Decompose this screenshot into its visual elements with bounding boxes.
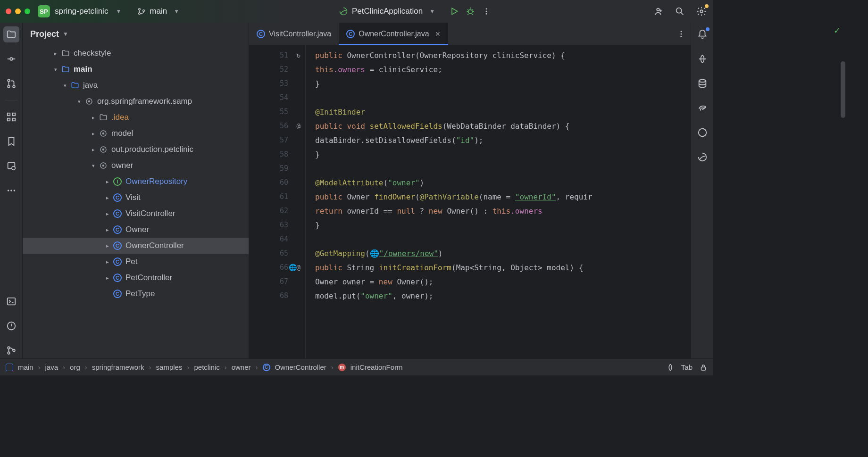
tree-item-pettype[interactable]: CPetType xyxy=(23,286,249,302)
gutter-line[interactable]: 59 xyxy=(249,161,305,175)
gutter-line[interactable]: 64 xyxy=(249,232,305,246)
terminal-tool-button[interactable] xyxy=(3,293,19,309)
breadcrumb-method[interactable]: initCreationForm xyxy=(351,363,403,371)
project-panel-header[interactable]: Project ▼ xyxy=(23,23,249,45)
close-tab-icon[interactable]: ✕ xyxy=(435,30,441,38)
tree-item-org-springframework-samp[interactable]: ▾org.springframework.samp xyxy=(23,93,249,109)
database-tool-button[interactable] xyxy=(3,158,19,174)
tree-item-checkstyle[interactable]: ▸checkstyle xyxy=(23,45,249,61)
more-actions-button[interactable] xyxy=(480,5,492,17)
problems-tool-button[interactable] xyxy=(3,318,19,334)
more-tools-button[interactable] xyxy=(3,183,19,199)
tree-item-visitcontroller[interactable]: ▸CVisitController xyxy=(23,206,249,222)
minimize-window-icon[interactable] xyxy=(15,8,21,14)
pull-requests-tool-button[interactable] xyxy=(3,75,19,91)
gutter-line[interactable]: 68 xyxy=(249,289,305,303)
breadcrumb-java[interactable]: java xyxy=(45,363,58,371)
tree-item-ownerrepository[interactable]: ▸IOwnerRepository xyxy=(23,174,249,190)
breadcrumb-springframework[interactable]: springframework xyxy=(92,363,144,371)
gutter-line[interactable]: 67 xyxy=(249,274,305,289)
tree-item-ownercontroller[interactable]: ▸COwnerController xyxy=(23,238,249,254)
tree-item--idea[interactable]: ▸.idea xyxy=(23,109,249,125)
spring-button[interactable] xyxy=(694,149,710,165)
gutter-line[interactable]: 55 xyxy=(249,105,305,119)
tab-more-button[interactable] xyxy=(672,23,691,45)
svg-point-32 xyxy=(103,133,104,134)
tree-arrow-icon[interactable]: ▾ xyxy=(75,99,84,105)
gradle-button[interactable] xyxy=(694,100,710,116)
tree-item-visit[interactable]: ▸CVisit xyxy=(23,190,249,206)
tree-item-model[interactable]: ▸model xyxy=(23,125,249,141)
tree-arrow-icon[interactable]: ▸ xyxy=(103,275,112,281)
tree-arrow-icon[interactable]: ▾ xyxy=(60,83,70,89)
gutter-line[interactable]: 65 xyxy=(249,246,305,260)
tree-arrow-icon[interactable]: ▾ xyxy=(89,163,98,169)
lock-icon[interactable] xyxy=(699,363,708,372)
project-tool-button[interactable] xyxy=(3,26,19,42)
gutter-line[interactable]: 57 xyxy=(249,133,305,147)
tree-label: java xyxy=(83,81,98,90)
tree-arrow-icon[interactable]: ▸ xyxy=(89,147,98,153)
gutter-line[interactable]: 56@ xyxy=(249,119,305,133)
gutter-line[interactable]: 52 xyxy=(249,62,305,76)
tree-arrow-icon[interactable]: ▸ xyxy=(103,195,112,201)
coverage-button[interactable] xyxy=(694,125,710,141)
svg-point-12 xyxy=(8,79,10,82)
commit-tool-button[interactable] xyxy=(3,51,19,67)
debug-button[interactable] xyxy=(464,5,476,17)
tree-arrow-icon[interactable]: ▾ xyxy=(51,66,60,73)
gutter-line[interactable]: 53 xyxy=(249,76,305,91)
tree-arrow-icon[interactable]: ▸ xyxy=(103,227,112,233)
gutter-line[interactable]: 51↻ xyxy=(249,48,305,62)
at-marker-icon: @ xyxy=(297,122,300,130)
breadcrumb-owner[interactable]: owner xyxy=(232,363,251,371)
project-selector[interactable]: SP spring-petclinic ▼ xyxy=(38,5,121,17)
breadcrumb-org[interactable]: org xyxy=(70,363,80,371)
run-config-selector[interactable]: PetClinicApplication ▼ xyxy=(339,7,435,16)
gutter-line[interactable]: 60 xyxy=(249,175,305,190)
breadcrumb-main[interactable]: main xyxy=(18,363,33,371)
run-button[interactable] xyxy=(448,5,460,17)
gutter-line[interactable]: 61 xyxy=(249,190,305,204)
tree-item-main[interactable]: ▾main xyxy=(23,61,249,77)
tab-ownercontroller[interactable]: C OwnerController.java ✕ xyxy=(339,23,448,45)
code-with-me-button[interactable] xyxy=(652,5,664,17)
maximize-window-icon[interactable] xyxy=(25,8,30,14)
notifications-button[interactable] xyxy=(694,26,710,42)
tree-arrow-icon[interactable]: ▸ xyxy=(103,259,112,265)
tree-item-pet[interactable]: ▸CPet xyxy=(23,254,249,270)
ai-assistant-button[interactable] xyxy=(694,51,710,67)
tree-item-java[interactable]: ▾java xyxy=(23,77,249,93)
breadcrumb-sep: › xyxy=(63,363,65,371)
tree-arrow-icon[interactable]: ▸ xyxy=(103,179,112,185)
tree-item-owner[interactable]: ▾owner xyxy=(23,158,249,174)
tree-item-petcontroller[interactable]: ▸CPetController xyxy=(23,270,249,286)
gutter-line[interactable]: 66🌐@ xyxy=(249,260,305,274)
breadcrumb-class[interactable]: OwnerController xyxy=(275,363,326,371)
ai-icon[interactable] xyxy=(666,363,675,372)
status-indent[interactable]: Tab xyxy=(681,363,693,371)
tab-visitcontroller[interactable]: C VisitController.java xyxy=(249,23,339,45)
tree-arrow-icon[interactable]: ▸ xyxy=(51,50,60,57)
gutter-line[interactable]: 54 xyxy=(249,91,305,105)
bookmarks-tool-button[interactable] xyxy=(3,133,19,150)
code-content[interactable]: public OwnerController(OwnerRepository c… xyxy=(306,45,691,358)
gutter-line[interactable]: 58 xyxy=(249,147,305,161)
structure-tool-button[interactable] xyxy=(3,109,19,125)
tree-arrow-icon[interactable]: ▸ xyxy=(89,115,98,121)
gutter-line[interactable]: 63 xyxy=(249,218,305,232)
tree-item-out-production-petclinic[interactable]: ▸out.production.petclinic xyxy=(23,141,249,158)
breadcrumb-petclinic[interactable]: petclinic xyxy=(194,363,219,371)
tree-arrow-icon[interactable]: ▸ xyxy=(89,131,98,137)
breadcrumb-samples[interactable]: samples xyxy=(156,363,183,371)
settings-button[interactable] xyxy=(695,5,708,17)
vcs-tool-button[interactable] xyxy=(3,342,19,358)
tree-item-owner[interactable]: ▸COwner xyxy=(23,222,249,238)
gutter-line[interactable]: 62 xyxy=(249,204,305,218)
search-button[interactable] xyxy=(674,5,686,17)
database-button[interactable] xyxy=(694,75,710,91)
tree-arrow-icon[interactable]: ▸ xyxy=(103,211,112,217)
close-window-icon[interactable] xyxy=(6,8,11,14)
tree-arrow-icon[interactable]: ▸ xyxy=(103,243,112,249)
branch-selector[interactable]: main ▼ xyxy=(137,7,179,16)
